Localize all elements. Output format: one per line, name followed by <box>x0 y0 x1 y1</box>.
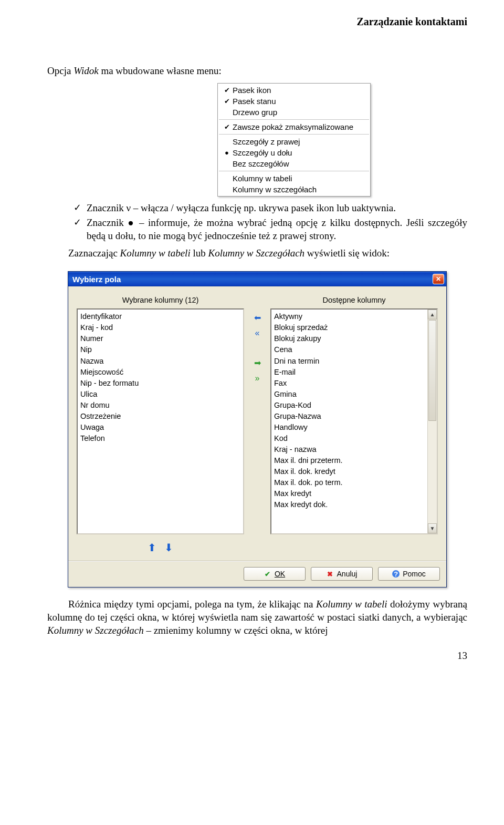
menu-item-label: Bez szczegółów <box>233 159 289 168</box>
add-button[interactable]: ➡ <box>251 357 263 368</box>
list-item[interactable]: Nip - bez formatu <box>80 378 240 389</box>
arrow-right-icon: ➡ <box>254 358 261 368</box>
scrollbar[interactable]: ▲ ▼ <box>427 310 437 533</box>
menu-item[interactable]: ●Szczegóły u dołu <box>218 147 370 158</box>
list-item[interactable]: Fax <box>274 378 434 389</box>
list-item[interactable]: Kraj - nazwa <box>274 444 434 455</box>
menu-item-label: Drzewo grup <box>233 108 277 117</box>
move-down-button[interactable]: ⬇ <box>163 542 175 553</box>
check-icon: ✔ <box>221 97 233 105</box>
chevron-up-icon: ▲ <box>430 311 435 319</box>
arrow-left-icon: ⬅ <box>254 313 261 323</box>
italic: Kolumny w Szczegółach <box>47 625 144 636</box>
titlebar[interactable]: Wybierz pola ✕ <box>68 272 446 286</box>
menu-item-label: Pasek ikon <box>233 86 271 95</box>
italic: Widok <box>74 65 99 76</box>
dialog-figure: Wybierz pola ✕ Wybrane kolumny (12) Iden… <box>68 271 447 587</box>
list-item[interactable]: Numer <box>80 333 240 344</box>
list-item[interactable]: Cena <box>274 344 434 355</box>
list-item[interactable]: Dni na termin <box>274 356 434 367</box>
transfer-controls: ⬅ « ➡ » <box>248 296 266 556</box>
remove-button[interactable]: ⬅ <box>251 312 263 323</box>
check-icon: ✔ <box>221 86 233 94</box>
chevron-down-icon: ▼ <box>430 525 435 533</box>
check-icon: ✓ <box>74 202 81 214</box>
list-item[interactable]: Grupa-Kod <box>274 400 434 411</box>
close-button[interactable]: ✕ <box>433 274 444 284</box>
ok-button[interactable]: ✔ OK <box>244 567 306 581</box>
menu-item[interactable]: Drzewo grup <box>218 107 370 118</box>
menu-separator <box>219 119 369 120</box>
menu-separator <box>219 134 369 135</box>
list-item[interactable]: Max il. dni przeterm. <box>274 455 434 466</box>
button-label: OK <box>275 570 285 578</box>
menu-item[interactable]: ✔Pasek ikon <box>218 85 370 96</box>
list-item[interactable]: Nr domu <box>80 400 240 411</box>
list-item[interactable]: Handlowy <box>274 422 434 433</box>
left-column-header: Wybrane kolumny (12) <box>77 296 244 308</box>
para-text: Różnica między tymi opcjami, polega na t… <box>47 598 467 637</box>
scroll-down-button[interactable]: ▼ <box>428 523 437 533</box>
available-columns-list[interactable]: Aktywny Blokuj sprzedaż Blokuj zakupy Ce… <box>270 308 438 534</box>
move-up-button[interactable]: ⬆ <box>146 542 158 553</box>
menu-item[interactable]: Kolumny w tabeli <box>218 173 370 184</box>
list-item[interactable]: Nip <box>80 344 240 355</box>
right-column-header: Dostępne kolumny <box>270 296 438 308</box>
list-item[interactable]: Ostrzeżenie <box>80 411 240 422</box>
check-icon: ✔ <box>264 570 271 578</box>
menu-item[interactable]: Szczegóły z prawej <box>218 136 370 147</box>
list-item[interactable]: Gmina <box>274 389 434 400</box>
bullet-item: ✓ Znacznik ν – włącza / wyłącza funkcję … <box>74 202 467 215</box>
italic: Kolumny w tabeli <box>316 599 387 610</box>
button-label: Anuluj <box>337 570 358 578</box>
list-item[interactable]: Blokuj zakupy <box>274 333 434 344</box>
help-icon: ? <box>392 570 400 578</box>
arrow-up-icon: ⬆ <box>148 541 156 554</box>
help-button[interactable]: ? Pomoc <box>378 567 440 581</box>
menu-separator <box>219 171 369 171</box>
page-header: Zarządzanie kontaktami <box>47 16 467 28</box>
list-item[interactable]: Identyfikator <box>80 311 240 322</box>
menu-item[interactable]: ✔Zawsze pokaż zmaksymalizowane <box>218 121 370 132</box>
list-item[interactable]: Uwaga <box>80 422 240 433</box>
list-item[interactable]: Kod <box>274 433 434 444</box>
list-item[interactable]: Grupa-Nazwa <box>274 411 434 422</box>
reorder-controls: ⬆ ⬇ <box>77 534 244 556</box>
selected-columns-list[interactable]: Identyfikator Kraj - kod Numer Nip Nazwa… <box>77 308 244 534</box>
double-arrow-left-icon: « <box>255 328 260 338</box>
menu-item-label: Kolumny w szczegółach <box>233 185 317 194</box>
scroll-thumb[interactable] <box>428 320 436 421</box>
scroll-up-button[interactable]: ▲ <box>428 310 437 319</box>
add-all-button[interactable]: » <box>251 373 263 384</box>
menu-item-label: Zawsze pokaż zmaksymalizowane <box>233 122 353 131</box>
list-item[interactable]: Kraj - kod <box>80 322 240 333</box>
menu-item[interactable]: Bez szczegółów <box>218 158 370 169</box>
list-item[interactable]: Telefon <box>80 433 240 444</box>
menu-item[interactable]: Kolumny w szczegółach <box>218 184 370 195</box>
double-arrow-right-icon: » <box>255 374 260 383</box>
list-item[interactable]: E-mail <box>274 367 434 378</box>
list-item[interactable]: Max kredyt dok. <box>274 499 434 510</box>
bullet-item: ✓ Znacznik ● – informuje, że można wybra… <box>74 216 467 242</box>
bullet-text: Znacznik ν – włącza / wyłącza funkcję np… <box>87 202 467 215</box>
remove-all-button[interactable]: « <box>251 327 263 339</box>
list-item[interactable]: Max il. dok. po term. <box>274 477 434 488</box>
menu-item-label: Pasek stanu <box>233 97 276 106</box>
italic: Kolumny w Szczegółach <box>208 248 304 259</box>
list-item[interactable]: Max il. dok. kredyt <box>274 466 434 477</box>
menu-item[interactable]: ✔Pasek stanu <box>218 96 370 107</box>
list-item[interactable]: Miejscowość <box>80 367 240 378</box>
list-item[interactable]: Aktywny <box>274 311 434 322</box>
list-item[interactable]: Blokuj sprzedaż <box>274 322 434 333</box>
dot-icon: ● <box>221 149 233 157</box>
close-icon: ✕ <box>436 275 441 283</box>
list-item[interactable]: Max kredyt <box>274 488 434 499</box>
button-bar: ✔ OK ✖ Anuluj ? Pomoc <box>68 562 446 587</box>
cancel-button[interactable]: ✖ Anuluj <box>311 567 373 581</box>
close-icon: ✖ <box>327 570 334 578</box>
list-item[interactable]: Nazwa <box>80 356 240 367</box>
button-label: Pomoc <box>403 570 426 578</box>
para-text: Zaznaczając Kolumny w tabeli lub Kolumny… <box>47 247 467 260</box>
list-item[interactable]: Ulica <box>80 389 240 400</box>
arrow-down-icon: ⬇ <box>164 541 173 554</box>
